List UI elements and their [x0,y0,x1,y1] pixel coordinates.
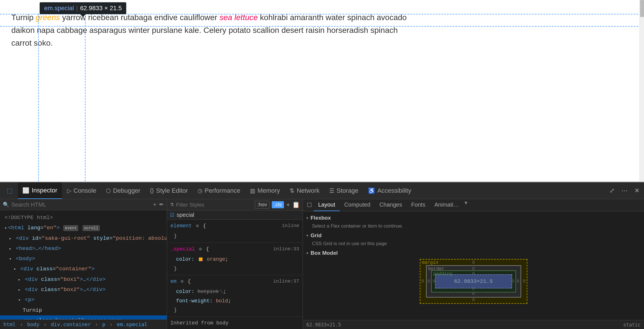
breadcrumb-body[interactable]: body [27,321,39,327]
breadcrumb-html[interactable]: html [3,321,16,327]
tab-debugger[interactable]: ⬡ Debugger [101,182,145,199]
style-prop-color-hotpink: color: hotpink ⃥; [170,287,299,296]
collapse-triangle: ▾ [5,225,7,232]
accessibility-tab-label: Accessibility [377,187,411,194]
html-line-box1[interactable]: ▸ <div class="box1">…</div> [0,274,167,285]
performance-icon: ◷ [198,187,202,194]
html-line-doctype[interactable]: <!DOCTYPE html> [0,213,167,223]
class-checkbox[interactable]: ☑ [170,212,174,218]
html-line-container[interactable]: ▾ <div class="container"> [0,264,167,274]
tab-inspector[interactable]: ⬜ Inspector [18,182,62,199]
event-badge[interactable]: event [63,225,78,231]
copy-style-btn[interactable]: 📋 [292,201,300,209]
debugger-icon: ⬡ [106,187,111,194]
html-line-head[interactable]: ▸ <head>…</head> [0,243,167,254]
storage-tab-label: Storage [337,187,358,194]
storage-icon: ☰ [329,187,334,194]
special-location: inline:33 [273,245,299,254]
grid-title: Grid [311,232,322,239]
breadcrumb-em-special[interactable]: em.special [117,321,147,327]
html-search-bar: 🔍 + ✒ [0,199,167,210]
performance-tab-label: Performance [205,187,240,194]
grid-section-header[interactable]: ▾ Grid [306,232,641,239]
inherited-header: Inherited from body [167,317,303,329]
devtools-statusbar: 62.9833×21.5 static [303,320,644,329]
inspector-tab-label: Inspector [32,187,57,194]
box-padding: padding 0 0 0 0 62.9833×21.5 [431,270,516,292]
html-tree[interactable]: <!DOCTYPE html> ▾<html lang="en"> event … [0,210,167,319]
tab-console[interactable]: ▷ Console [63,182,101,199]
flexbox-subtitle: Select a Flex container or item to conti… [312,223,641,229]
cls-button[interactable]: .cls [272,201,284,208]
box-model-section-header[interactable]: ▾ Box Model [306,250,641,256]
search-html-input[interactable] [11,201,151,208]
preview-scrollbar[interactable] [639,0,644,181]
box-model-diagram: margin 0 0 0 0 border [420,259,527,304]
devtools-panel: ⬚ ⬜ Inspector ▷ Console ⬡ Debugger {} St… [0,182,644,329]
preview-scroll-thumb[interactable] [640,0,644,17]
tooltip-dimensions: 62.9833 × 21.5 [80,5,122,12]
padding-top-value: 0 [472,271,475,277]
add-class-bar: ☑ special [167,211,303,220]
html-line-em-special[interactable]: <em class="special">greens</em> [0,315,167,319]
html-line-box2[interactable]: ▸ <div class="box2">…</div> [0,285,167,295]
devtools-inspect-btn[interactable]: ⬚ [2,182,17,199]
right-tab-layout[interactable]: Layout [314,199,340,211]
html-search-actions: + ✒ [153,201,164,208]
add-node-btn[interactable]: + [153,201,157,208]
padding-label: padding [433,271,452,277]
devtools-right-actions: ⤢ ⋯ ✕ [607,186,642,196]
selector-em: em ⚙ { [170,277,191,286]
padding-bottom-value: 0 [472,286,475,291]
scroll-badge[interactable]: scroll [83,225,100,231]
tab-accessibility[interactable]: ♿ Accessibility [363,182,416,199]
html-line-turnip[interactable]: Turnip [0,305,167,315]
filter-styles-input[interactable] [176,202,253,208]
filter-icon: ⚗ [170,202,174,207]
flexbox-section-header[interactable]: ▾ Flexbox [306,215,641,221]
right-tab-fonts[interactable]: Fonts [406,199,430,211]
responsive-btn[interactable]: ⤢ [607,186,617,196]
html-panel: 🔍 + ✒ <!DOCTYPE html> ▾<html lang="en"> … [0,199,167,329]
tab-storage[interactable]: ☰ Storage [325,182,363,199]
collapse-box1-triangle: ▸ [18,277,20,283]
add-style-btn[interactable]: + [286,201,290,209]
console-icon: ▷ [67,187,71,194]
hov-button[interactable]: :hov [255,201,269,209]
margin-top-value: 0 [472,260,475,265]
close-btn[interactable]: ✕ [632,186,642,196]
special-gear[interactable]: ⚙ [199,247,202,252]
html-line-html[interactable]: ▾<html lang="en"> event scroll [0,223,167,233]
element-gear[interactable]: ⚙ [196,224,199,229]
html-breadcrumb: html › body › div.container › p › em.spe… [0,319,167,329]
more-btn[interactable]: ⋯ [619,186,630,196]
em-gear[interactable]: ⚙ [181,279,183,284]
collapse-box2-triangle: ▸ [18,287,20,294]
right-tabs-overflow[interactable]: ▾ [465,199,467,211]
element-tooltip: em.special | 62.9833 × 21.5 [40,2,126,14]
padding-right-value: 0 [512,279,514,284]
styles-filter-actions: :hov .cls + 📋 [255,201,300,209]
html-line-saka-div[interactable]: ▸ <div id="saka-gui-root" style="positio… [0,233,167,243]
html-line-p[interactable]: ▾ <p> [0,295,167,305]
right-tab-animations[interactable]: Animati… [430,199,463,211]
collapse-container-triangle: ▾ [14,266,16,273]
right-tab-layout-icon[interactable]: ☐ [305,199,314,211]
flexbox-collapse-arrow: ▾ [306,216,308,220]
memory-icon: ▥ [250,187,255,194]
status-dimensions: 62.9833×21.5 [306,322,341,328]
tab-network[interactable]: ⇅ Network [285,182,324,199]
breadcrumb-p[interactable]: p [102,321,105,327]
layout-box-icon: ☐ [307,202,312,208]
html-line-body[interactable]: ▾ <body> [0,254,167,264]
tab-memory[interactable]: ▥ Memory [245,182,284,199]
pick-element-btn[interactable]: ✒ [159,201,164,208]
network-icon: ⇅ [290,187,294,194]
breadcrumb-container[interactable]: div.container [51,321,91,327]
right-tab-changes[interactable]: Changes [375,199,406,211]
border-left-value: 0 [428,279,431,284]
orange-swatch[interactable] [199,257,203,261]
tab-style-editor[interactable]: {} Style Editor [146,182,192,199]
right-tab-computed[interactable]: Computed [340,199,375,211]
tab-performance[interactable]: ◷ Performance [193,182,245,199]
